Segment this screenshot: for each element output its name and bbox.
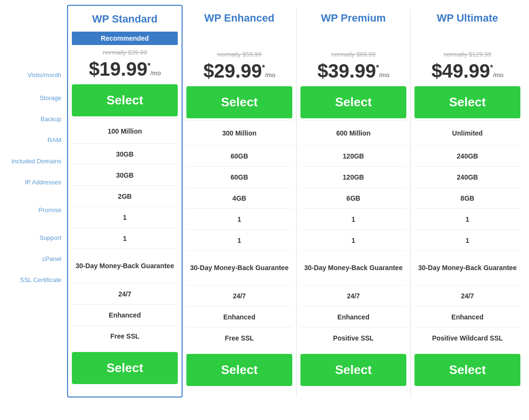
promise-wp-standard: 30-Day Money-Back Guarantee (72, 249, 178, 283)
plan-col-wp-enhanced: WP Enhanced normally $59.99 $29.99 * /mo… (183, 10, 297, 397)
ssl-wp-premium: Positive SSL (300, 327, 406, 348)
cpanel-wp-standard: Enhanced (72, 304, 178, 325)
select-button-bottom-wp-ultimate[interactable]: Select (414, 354, 520, 386)
price-row-wp-enhanced: $29.99 * /mo (203, 61, 275, 80)
plan-title-wp-ultimate: WP Ultimate (437, 10, 498, 27)
plan-col-wp-ultimate: WP Ultimate normally $129.99 $49.99 * /m… (411, 10, 524, 397)
bottom-select-wrapper-wp-ultimate: Select (414, 354, 520, 388)
select-button-top-wp-ultimate[interactable]: Select (414, 86, 520, 118)
backup-wp-premium: 120GB (300, 166, 406, 187)
label-visits: Visits/month (5, 62, 67, 87)
backup-wp-enhanced: 60GB (186, 166, 292, 187)
label-ssl: SSL Certificate (5, 269, 67, 290)
label-cpanel: cPanel (5, 248, 67, 269)
plan-title-wp-standard: WP Standard (92, 11, 158, 28)
storage-wp-ultimate: 240GB (414, 145, 520, 166)
domains-wp-ultimate: 1 (414, 208, 520, 229)
cpanel-wp-enhanced: Enhanced (186, 306, 292, 327)
price-super-wp-premium: * (376, 64, 379, 72)
visits-wp-enhanced: 300 Million (186, 120, 292, 145)
support-wp-ultimate: 24/7 (414, 285, 520, 306)
label-ip: IP Addresses (5, 171, 67, 193)
price-period-wp-enhanced: /mo (265, 71, 276, 79)
features-wp-premium: 600 Million 120GB 120GB 6GB 1 1 30-Day M… (300, 120, 406, 348)
label-domains: Included Domains (5, 150, 67, 171)
ssl-wp-enhanced: Free SSL (186, 327, 292, 348)
support-wp-premium: 24/7 (300, 285, 406, 306)
support-wp-standard: 24/7 (72, 283, 178, 304)
ram-wp-ultimate: 8GB (414, 187, 520, 208)
ram-wp-enhanced: 4GB (186, 187, 292, 208)
features-wp-standard: 100 Million 30GB 30GB 2GB 1 1 30-Day Mon… (72, 118, 178, 346)
price-row-wp-ultimate: $49.99 * /mo (431, 61, 503, 80)
backup-wp-standard: 30GB (72, 164, 178, 185)
normal-price-wp-premium: normally $89.99 (331, 51, 376, 60)
plan-col-wp-standard: WP Standard Recommended normally $39.99 … (67, 5, 183, 397)
price-main-wp-standard: $19.99 (89, 59, 147, 79)
label-ram: RAM (5, 129, 67, 150)
ip-wp-standard: 1 (72, 227, 178, 249)
cpanel-wp-premium: Enhanced (300, 306, 406, 327)
plan-title-wp-enhanced: WP Enhanced (204, 10, 274, 27)
price-row-wp-premium: $39.99 * /mo (317, 61, 389, 80)
price-super-wp-enhanced: * (262, 64, 265, 72)
price-super-wp-standard: * (148, 62, 150, 70)
storage-wp-premium: 120GB (300, 145, 406, 166)
price-period-wp-premium: /mo (379, 71, 390, 79)
price-main-wp-premium: $39.99 (317, 61, 376, 80)
visits-wp-standard: 100 Million (72, 118, 178, 143)
pricing-table: Visits/month Storage Backup RAM Included… (5, 10, 524, 397)
select-button-bottom-wp-enhanced[interactable]: Select (186, 354, 292, 386)
price-period-wp-ultimate: /mo (493, 71, 504, 79)
plan-columns: WP Standard Recommended normally $39.99 … (67, 10, 524, 397)
select-button-bottom-wp-standard[interactable]: Select (72, 352, 178, 384)
domains-wp-standard: 1 (72, 206, 178, 227)
label-promise: Promise (5, 193, 67, 227)
select-button-top-wp-premium[interactable]: Select (300, 86, 406, 118)
plan-col-wp-premium: WP Premium normally $89.99 $39.99 * /mo … (297, 10, 411, 397)
ip-wp-premium: 1 (300, 229, 406, 250)
select-button-bottom-wp-premium[interactable]: Select (300, 354, 406, 386)
price-super-wp-ultimate: * (490, 64, 493, 72)
ssl-wp-ultimate: Positive Wildcard SSL (414, 327, 520, 348)
storage-wp-standard: 30GB (72, 143, 178, 164)
visits-wp-ultimate: Unlimited (414, 120, 520, 145)
normal-price-wp-enhanced: normally $59.99 (217, 51, 262, 60)
normal-price-wp-standard: normally $39.99 (103, 49, 147, 58)
price-period-wp-standard: /mo (150, 69, 161, 77)
label-support: Support (5, 227, 67, 248)
price-row-wp-standard: $19.99 * /mo (89, 59, 161, 79)
row-labels: Visits/month Storage Backup RAM Included… (5, 10, 67, 397)
bottom-select-wrapper-wp-enhanced: Select (186, 354, 292, 388)
bottom-select-wrapper-wp-standard: Select (72, 352, 178, 386)
features-wp-enhanced: 300 Million 60GB 60GB 4GB 1 1 30-Day Mon… (186, 120, 292, 348)
recommended-badge: Recommended (72, 32, 178, 45)
price-main-wp-ultimate: $49.99 (431, 61, 490, 80)
domains-wp-enhanced: 1 (186, 208, 292, 229)
ip-wp-ultimate: 1 (414, 229, 520, 250)
promise-wp-ultimate: 30-Day Money-Back Guarantee (414, 250, 520, 285)
ram-wp-premium: 6GB (300, 187, 406, 208)
price-main-wp-enhanced: $29.99 (203, 61, 262, 80)
backup-wp-ultimate: 240GB (414, 166, 520, 187)
cpanel-wp-ultimate: Enhanced (414, 306, 520, 327)
bottom-select-wrapper-wp-premium: Select (300, 354, 406, 388)
promise-wp-premium: 30-Day Money-Back Guarantee (300, 250, 406, 285)
ram-wp-standard: 2GB (72, 185, 178, 206)
plan-title-wp-premium: WP Premium (321, 10, 386, 27)
storage-wp-enhanced: 60GB (186, 145, 292, 166)
ssl-wp-standard: Free SSL (72, 325, 178, 346)
visits-wp-premium: 600 Million (300, 120, 406, 145)
promise-wp-enhanced: 30-Day Money-Back Guarantee (186, 250, 292, 285)
domains-wp-premium: 1 (300, 208, 406, 229)
features-wp-ultimate: Unlimited 240GB 240GB 8GB 1 1 30-Day Mon… (414, 120, 520, 348)
label-backup: Backup (5, 108, 67, 129)
normal-price-wp-ultimate: normally $129.99 (444, 51, 492, 60)
ip-wp-enhanced: 1 (186, 229, 292, 250)
select-button-top-wp-standard[interactable]: Select (72, 84, 178, 116)
label-storage: Storage (5, 87, 67, 108)
support-wp-enhanced: 24/7 (186, 285, 292, 306)
select-button-top-wp-enhanced[interactable]: Select (186, 86, 292, 118)
